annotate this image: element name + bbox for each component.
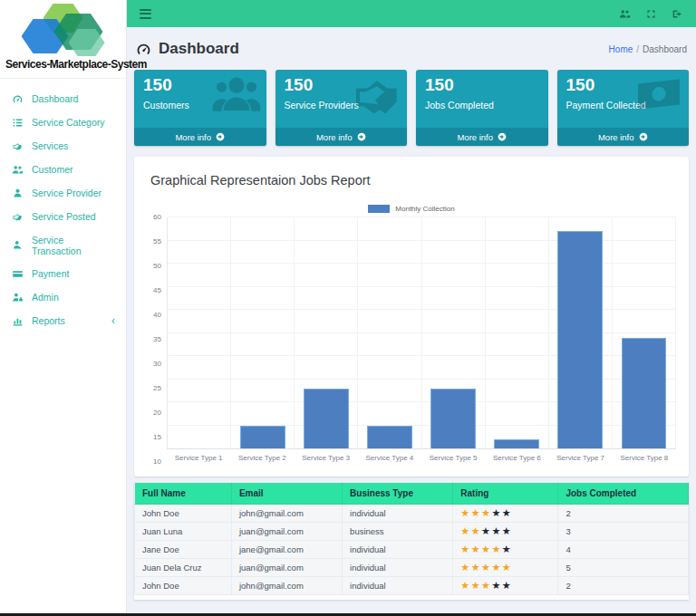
- sidebar-item-label: Dashboard: [32, 93, 78, 104]
- x-tick-label: Service Type 1: [167, 454, 230, 462]
- list-icon: [12, 117, 24, 129]
- breadcrumb-current: Dashboard: [643, 44, 687, 54]
- chart-y-axis: 1015202530354045505560: [147, 217, 167, 462]
- top-navbar: [127, 0, 696, 27]
- x-tick-label: Service Type 6: [485, 454, 548, 462]
- user-lock-icon: [12, 292, 24, 303]
- arrow-circle-right-icon: [498, 132, 507, 141]
- star-filled-icon: ★: [491, 562, 501, 573]
- cell-full-name: John Doe: [135, 505, 232, 523]
- brand-logo-icon: [20, 4, 107, 56]
- cell-email: juan@gmail.com: [231, 559, 342, 577]
- star-filled-icon: ★: [481, 580, 491, 591]
- star-filled-icon: ★: [460, 507, 470, 518]
- app-window: Services-Marketplace-System Dashboard Se…: [0, 0, 696, 616]
- brand[interactable]: Services-Marketplace-System: [0, 0, 126, 79]
- brand-title: Services-Marketplace-System: [5, 58, 121, 71]
- sidebar-item-label: Services: [32, 140, 68, 151]
- cell-business-type: individual: [343, 577, 453, 595]
- handshake-icon: [353, 73, 401, 119]
- sidebar-menu: Dashboard Service Category Services Cust…: [0, 79, 126, 341]
- rating-stars: ★★★★★: [453, 523, 558, 541]
- sidebar-item-label: Customer: [32, 164, 73, 175]
- credit-card-icon: [12, 268, 24, 280]
- sidebar-item-payment[interactable]: Payment: [0, 262, 126, 285]
- star-filled-icon: ★: [502, 562, 512, 573]
- star-filled-icon: ★: [460, 562, 470, 573]
- cell-email: juan@gmail.com: [231, 523, 342, 541]
- chart-x-labels: Service Type 1Service Type 2Service Type…: [167, 454, 676, 462]
- more-info-label: More info: [457, 132, 493, 142]
- handshake-icon: [12, 140, 24, 152]
- table-header-row: Full Name Email Business Type Rating Job…: [135, 483, 689, 505]
- gauge-icon: [12, 93, 24, 105]
- column-header-full-name: Full Name: [135, 483, 232, 505]
- sidebar-item-customer[interactable]: Customer: [0, 158, 126, 181]
- navbar-actions: [619, 8, 683, 20]
- chart-legend[interactable]: Monthly Collection: [147, 205, 676, 213]
- sidebar-item-service-category[interactable]: Service Category: [0, 111, 126, 134]
- cell-full-name: Juan Luna: [135, 523, 232, 541]
- menu-toggle-button[interactable]: [140, 9, 151, 19]
- sidebar-item-label: Service Category: [32, 117, 105, 128]
- more-info-link[interactable]: More info: [416, 128, 548, 146]
- stat-label: Jobs Completed: [425, 100, 539, 111]
- breadcrumb-home-link[interactable]: Home: [609, 44, 633, 54]
- star-empty-icon: ★: [502, 525, 512, 536]
- users-icon[interactable]: [619, 8, 631, 20]
- fullscreen-icon[interactable]: [645, 8, 657, 20]
- legend-swatch: [368, 205, 390, 213]
- star-filled-icon: ★: [471, 544, 481, 554]
- breadcrumb-separator: /: [636, 44, 639, 54]
- star-filled-icon: ★: [491, 544, 501, 554]
- stat-box-customers: 150 Customers More info: [134, 70, 266, 146]
- stats-row: 150 Customers More info 150 Service: [134, 70, 689, 146]
- chart-title: Graphical Representaion Jobs Report: [147, 169, 676, 188]
- more-info-link[interactable]: More info: [557, 128, 690, 146]
- chart-bar: [622, 338, 667, 448]
- sidebar-item-services[interactable]: Services: [0, 134, 126, 158]
- arrow-circle-right-icon: [216, 132, 225, 141]
- user-icon: [12, 239, 24, 251]
- cell-jobs-completed: 2: [558, 577, 689, 595]
- star-filled-icon: ★: [471, 525, 481, 536]
- sidebar-item-dashboard[interactable]: Dashboard: [0, 87, 126, 111]
- cell-full-name: Jane Doe: [135, 541, 232, 559]
- cell-jobs-completed: 4: [558, 541, 689, 559]
- more-info-label: More info: [316, 132, 353, 142]
- chart-bar: [240, 426, 285, 449]
- star-empty-icon: ★: [491, 507, 501, 518]
- gauge-icon: [136, 42, 151, 57]
- more-info-link[interactable]: More info: [276, 128, 408, 146]
- table-row: Juan Dela Cruz juan@gmail.com individual…: [135, 559, 689, 577]
- x-tick-label: Service Type 8: [613, 454, 676, 462]
- cell-email: john@gmail.com: [231, 505, 342, 523]
- x-tick-label: Service Type 3: [295, 454, 358, 462]
- chart-area: 1015202530354045505560 Service Type 1Ser…: [147, 217, 676, 462]
- more-info-link[interactable]: More info: [134, 128, 266, 146]
- stat-value: 150: [425, 76, 539, 95]
- chart-plot: [167, 217, 676, 449]
- signout-icon[interactable]: [672, 8, 683, 20]
- sidebar-item-service-provider[interactable]: Service Provider: [0, 181, 126, 205]
- rating-stars: ★★★★★: [453, 577, 558, 595]
- sidebar-item-label: Service Provider: [32, 188, 102, 198]
- sidebar-item-reports[interactable]: Reports ‹: [0, 309, 126, 332]
- table-row: John Doe john@gmail.com individual ★★★★★…: [135, 505, 689, 523]
- star-empty-icon: ★: [502, 580, 512, 591]
- chart-bar: [430, 389, 476, 448]
- chart-bar: [367, 426, 412, 449]
- column-header-rating: Rating: [453, 483, 558, 505]
- content-header: Dashboard Home/Dashboard: [134, 33, 689, 70]
- sidebar-item-service-transaction[interactable]: Service Transaction: [0, 228, 126, 262]
- sidebar-item-admin[interactable]: Admin: [0, 285, 126, 309]
- table-row: John Doe john@gmail.com individual ★★★★★…: [135, 577, 689, 595]
- cell-business-type: business: [343, 523, 453, 541]
- sidebar-item-label: Service Posted: [32, 211, 96, 222]
- star-filled-icon: ★: [471, 507, 481, 518]
- sidebar-item-service-posted[interactable]: Service Posted: [0, 205, 126, 228]
- breadcrumb: Home/Dashboard: [609, 44, 687, 54]
- star-filled-icon: ★: [460, 525, 470, 536]
- sidebar-item-label: Admin: [32, 292, 59, 303]
- cell-jobs-completed: 5: [558, 559, 689, 577]
